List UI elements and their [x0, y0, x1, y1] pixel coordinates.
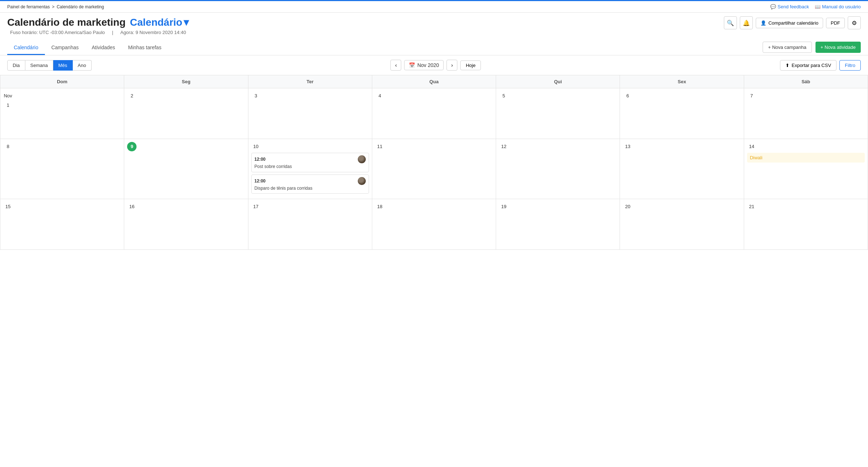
day-number: 4	[375, 91, 385, 101]
cell-nov21[interactable]: 21	[744, 199, 868, 250]
manual-link[interactable]: 📖 Manual do usuário	[815, 4, 861, 9]
share-calendar-button[interactable]: 👤 Compartilhar calendário	[756, 18, 823, 28]
day-number: 2	[127, 91, 137, 101]
calendar: Dom Seg Ter Qua Qui Sex Sáb Nov 1 2 3 4 …	[0, 75, 868, 250]
cell-nov18[interactable]: 18	[372, 199, 496, 250]
breadcrumb-separator: >	[52, 4, 54, 9]
page-subtitle: Fuso horário: UTC -03:00 America/Sao Pau…	[7, 30, 189, 35]
avatar	[358, 177, 366, 185]
holiday-card[interactable]: Diwali	[747, 153, 865, 163]
notification-button[interactable]: 🔔	[740, 16, 753, 29]
next-month-button[interactable]: ›	[446, 60, 457, 71]
avatar	[358, 155, 366, 163]
settings-button[interactable]: ⚙	[848, 16, 861, 29]
header-dom: Dom	[0, 75, 124, 88]
day-number: 16	[127, 202, 137, 211]
page-title-blue[interactable]: Calendário ▾	[130, 16, 189, 28]
cell-nov16[interactable]: 16	[124, 199, 248, 250]
day-number: Nov 1	[3, 91, 13, 101]
view-ano-button[interactable]: Ano	[73, 60, 92, 71]
export-label: Exportar para CSV	[792, 63, 831, 68]
view-mes-button[interactable]: Mês	[53, 60, 73, 71]
cell-nov6[interactable]: 6	[620, 88, 744, 139]
breadcrumb-parent[interactable]: Painel de ferramentas	[7, 4, 50, 9]
cell-nov11[interactable]: 11	[372, 139, 496, 199]
event-card[interactable]: 12:00 Disparo de tênis para corridas	[251, 174, 369, 194]
tab-actions: + Nova campanha + Nova atividade	[763, 42, 861, 53]
event-time-row: 12:00	[255, 177, 366, 185]
prev-arrow-icon: ‹	[395, 62, 397, 68]
event-time: 12:00	[255, 157, 266, 162]
tab-atividades-label: Atividades	[92, 45, 115, 50]
day-number-today: 9	[127, 142, 137, 151]
view-dia-label: Dia	[13, 63, 20, 68]
calendar-header: Dom Seg Ter Qua Qui Sex Sáb	[0, 75, 868, 88]
cell-nov1[interactable]: Nov 1	[0, 88, 124, 139]
now-text: Agora: 9 Novembro 2020 14:40	[120, 30, 186, 35]
day-number: 20	[623, 202, 632, 211]
tab-calendario[interactable]: Calendário	[7, 41, 45, 55]
share-icon: 👤	[760, 20, 766, 26]
day-number: 17	[251, 202, 261, 211]
view-mes-label: Mês	[58, 63, 67, 68]
cell-nov5[interactable]: 5	[496, 88, 620, 139]
next-arrow-icon: ›	[451, 62, 453, 68]
new-activity-label: + Nova atividade	[821, 45, 856, 50]
prev-month-button[interactable]: ‹	[390, 60, 401, 71]
search-button[interactable]: 🔍	[724, 16, 737, 29]
day-number: 12	[499, 142, 508, 151]
cell-nov13[interactable]: 13	[620, 139, 744, 199]
cell-nov14[interactable]: 14 Diwali	[744, 139, 868, 199]
page-title-blue-text: Calendário	[130, 17, 183, 28]
pdf-label: PDF	[831, 20, 840, 26]
new-activity-button[interactable]: + Nova atividade	[815, 42, 861, 53]
cell-nov8[interactable]: 8	[0, 139, 124, 199]
tab-campanhas[interactable]: Campanhas	[45, 41, 85, 55]
day-number: 15	[3, 202, 13, 211]
subtitle-separator: |	[112, 30, 113, 35]
cell-nov19[interactable]: 19	[496, 199, 620, 250]
cell-nov15[interactable]: 15	[0, 199, 124, 250]
page-title-text: Calendário de marketing	[7, 17, 126, 28]
cell-nov4[interactable]: 4	[372, 88, 496, 139]
send-feedback-link[interactable]: 💬 Send feedback	[770, 4, 809, 9]
view-dia-button[interactable]: Dia	[7, 60, 25, 71]
cell-nov17[interactable]: 17	[248, 199, 372, 250]
bell-icon: 🔔	[743, 20, 750, 26]
page-title: Calendário de marketing Calendário ▾	[7, 16, 189, 28]
week-row: Nov 1 2 3 4 5 6 7	[0, 88, 868, 139]
cell-nov3[interactable]: 3	[248, 88, 372, 139]
day-number: 5	[499, 91, 508, 101]
export-icon: ⬆	[785, 63, 789, 68]
search-icon: 🔍	[727, 20, 734, 26]
cell-nov12[interactable]: 12	[496, 139, 620, 199]
view-semana-button[interactable]: Semana	[25, 60, 53, 71]
event-title: Post sobre corridas	[255, 164, 366, 170]
day-number: 13	[623, 142, 632, 151]
today-button[interactable]: Hoje	[460, 60, 481, 70]
view-buttons: Dia Semana Mês Ano	[7, 60, 92, 71]
filter-button[interactable]: Filtro	[839, 60, 861, 71]
tab-minhas-tarefas[interactable]: Minhas tarefas	[122, 41, 168, 55]
feedback-label: Send feedback	[777, 4, 809, 9]
cell-nov20[interactable]: 20	[620, 199, 744, 250]
event-title: Disparo de tênis para corridas	[255, 186, 366, 192]
cell-nov10[interactable]: 10 12:00 Post sobre corridas 12:00	[248, 139, 372, 199]
day-number: 18	[375, 202, 385, 211]
dropdown-chevron-icon: ▾	[184, 16, 189, 28]
today-label: Hoje	[466, 63, 475, 68]
cell-nov2[interactable]: 2	[124, 88, 248, 139]
header-right: 🔍 🔔 👤 Compartilhar calendário PDF ⚙	[724, 16, 861, 29]
event-card[interactable]: 12:00 Post sobre corridas	[251, 153, 369, 172]
cell-nov7[interactable]: 7	[744, 88, 868, 139]
breadcrumb-current: Calendário de marketing	[56, 4, 104, 9]
view-ano-label: Ano	[78, 63, 86, 68]
cell-nov9[interactable]: 9	[124, 139, 248, 199]
day-number: 3	[251, 91, 261, 101]
header-sex: Sex	[620, 75, 744, 88]
pdf-button[interactable]: PDF	[826, 18, 845, 28]
new-campaign-button[interactable]: + Nova campanha	[763, 42, 812, 53]
view-semana-label: Semana	[30, 63, 48, 68]
export-csv-button[interactable]: ⬆ Exportar para CSV	[780, 60, 836, 71]
tab-atividades[interactable]: Atividades	[85, 41, 122, 55]
